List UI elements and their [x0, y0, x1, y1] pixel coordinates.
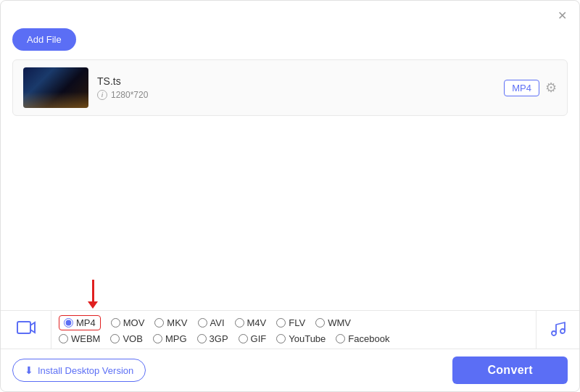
video-icon — [16, 317, 36, 342]
format-option-3gp[interactable]: 3GP — [197, 333, 228, 344]
format-label-mov: MOV — [123, 317, 145, 328]
format-label-flv: FLV — [289, 317, 305, 328]
file-info: TS.ts i 1280*720 — [97, 75, 495, 100]
red-arrow — [88, 280, 98, 309]
format-label-youtube: YouTube — [289, 333, 326, 344]
file-name: TS.ts — [97, 75, 495, 87]
format-option-gif[interactable]: GIF — [239, 333, 267, 344]
radio-youtube[interactable] — [276, 334, 286, 343]
radio-mp4[interactable] — [64, 318, 73, 328]
radio-3gp[interactable] — [197, 334, 207, 343]
file-dimensions: 1280*720 — [111, 90, 148, 100]
radio-mov[interactable] — [111, 318, 120, 328]
action-bar: ⬇ Install Desktop Version Convert — [1, 349, 579, 391]
radio-flv[interactable] — [276, 318, 286, 328]
format-option-flv[interactable]: FLV — [276, 317, 305, 328]
radio-facebook[interactable] — [336, 334, 345, 343]
format-badge-button[interactable]: MP4 — [504, 80, 539, 96]
format-option-wmv[interactable]: WMV — [315, 317, 351, 328]
convert-button[interactable]: Convert — [452, 356, 568, 384]
format-label-avi: AVI — [210, 317, 225, 328]
video-format-icon-area[interactable] — [1, 311, 51, 349]
format-option-mpg[interactable]: MPG — [153, 333, 187, 344]
music-icon — [549, 319, 568, 341]
format-row-2: WEBM VOB MPG 3GP GIF — [59, 333, 529, 344]
install-desktop-button[interactable]: ⬇ Install Desktop Version — [12, 359, 146, 382]
arrow-area — [1, 280, 579, 310]
download-icon: ⬇ — [25, 364, 33, 376]
radio-mpg[interactable] — [153, 334, 162, 343]
radio-vob[interactable] — [110, 334, 120, 343]
format-label-m4v: M4V — [247, 317, 267, 328]
format-label-mpg: MPG — [165, 333, 187, 344]
format-label-3gp: 3GP — [210, 333, 228, 344]
radio-gif[interactable] — [239, 334, 248, 343]
radio-mkv[interactable] — [154, 318, 164, 328]
format-label-wmv: WMV — [328, 317, 351, 328]
file-actions: MP4 ⚙ — [504, 80, 557, 96]
music-format-icon-area[interactable] — [536, 311, 579, 349]
radio-m4v[interactable] — [235, 318, 244, 328]
format-options: MP4 MOV MKV AVI M4V — [51, 311, 536, 349]
add-file-button[interactable]: Add File — [12, 28, 76, 51]
file-list: TS.ts i 1280*720 MP4 ⚙ — [12, 59, 568, 116]
radio-webm[interactable] — [59, 334, 68, 343]
install-label: Install Desktop Version — [38, 365, 133, 376]
file-meta: i 1280*720 — [97, 90, 495, 100]
arrow-shaft — [92, 280, 94, 301]
content-area — [1, 116, 579, 280]
format-option-avi[interactable]: AVI — [198, 317, 225, 328]
close-button[interactable]: ✕ — [555, 8, 569, 22]
info-icon: i — [97, 90, 107, 100]
format-label-facebook: Facebook — [348, 333, 389, 344]
format-label-webm: WEBM — [71, 333, 100, 344]
main-window: ✕ Add File TS.ts i 1280*720 MP4 ⚙ — [0, 0, 580, 392]
title-bar: ✕ — [1, 1, 579, 22]
toolbar: Add File — [1, 22, 579, 59]
format-bar: MP4 MOV MKV AVI M4V — [1, 310, 579, 349]
svg-rect-0 — [17, 322, 30, 333]
arrow-head — [88, 301, 98, 309]
format-option-mp4[interactable]: MP4 — [59, 315, 101, 330]
format-row-1: MP4 MOV MKV AVI M4V — [59, 315, 529, 330]
format-label-gif: GIF — [251, 333, 267, 344]
radio-wmv[interactable] — [315, 318, 325, 328]
format-label-vob: VOB — [123, 333, 142, 344]
format-option-mkv[interactable]: MKV — [154, 317, 187, 328]
format-option-youtube[interactable]: YouTube — [276, 333, 326, 344]
file-thumbnail — [23, 67, 88, 108]
radio-avi[interactable] — [198, 318, 207, 328]
file-item: TS.ts i 1280*720 MP4 ⚙ — [13, 60, 567, 115]
format-option-vob[interactable]: VOB — [110, 333, 142, 344]
thumbnail-image — [23, 67, 88, 108]
format-option-facebook[interactable]: Facebook — [336, 333, 389, 344]
format-option-mov[interactable]: MOV — [111, 317, 145, 328]
format-option-webm[interactable]: WEBM — [59, 333, 100, 344]
format-label-mp4: MP4 — [76, 317, 96, 328]
format-option-m4v[interactable]: M4V — [235, 317, 267, 328]
format-label-mkv: MKV — [167, 317, 187, 328]
settings-icon[interactable]: ⚙ — [545, 80, 557, 96]
